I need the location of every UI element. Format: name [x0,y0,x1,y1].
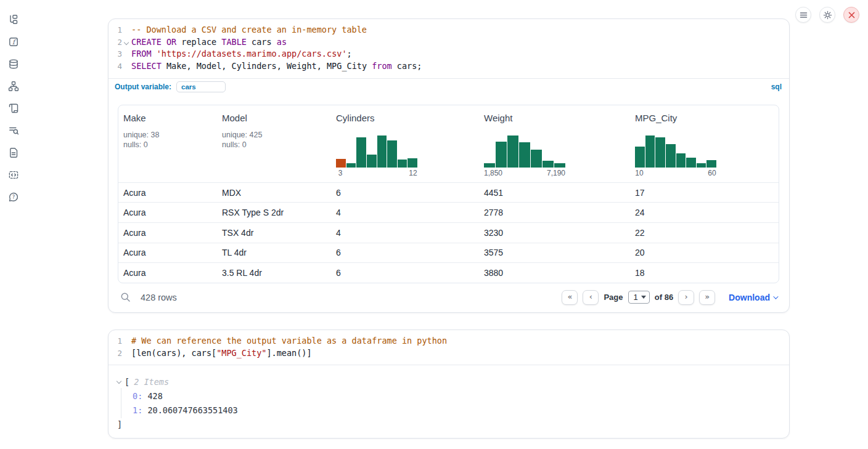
table-cell: RSX Type S 2dr [217,208,331,217]
table-row[interactable]: AcuraMDX6445117 [118,182,779,203]
column-title: MPG_City [635,113,774,123]
page-label: Page [604,293,623,302]
prev-page-button[interactable]: ‹ [583,290,599,305]
column-histogram[interactable]: 312 [336,136,417,177]
topbar [795,7,859,23]
histogram-bar [398,160,407,167]
fold-zone [122,335,131,347]
table-row[interactable]: AcuraTL 4dr6357520 [118,243,779,263]
column-histogram[interactable]: 1,8507,190 [484,136,565,177]
download-label: Download [729,293,770,302]
histogram-bar [554,163,565,168]
snippets-icon[interactable] [8,169,19,180]
column-histogram[interactable]: 1060 [635,136,716,177]
datasources-icon[interactable] [8,59,19,70]
code-line[interactable]: 4SELECT Make, Model, Cylinders, Weight, … [108,60,789,73]
gear-icon [823,10,832,20]
table-cell: TL 4dr [217,248,331,257]
dependency-graph-icon[interactable] [8,81,19,92]
table-cell: 6 [331,188,479,198]
json-entry[interactable]: 1: 20.060747663551403 [133,403,789,418]
next-page-button[interactable]: › [678,290,694,305]
collapse-chevron-icon[interactable] [117,379,121,384]
sql-cell: 1-- Download a CSV and create an in-memo… [108,18,790,313]
line-number: 2 [108,36,122,49]
fold-zone [122,60,131,73]
histogram-min-label: 10 [635,169,644,177]
histogram-bar [635,147,645,168]
code-text: CREATE OR replace TABLE cars as [131,36,287,49]
table-body: AcuraMDX6445117AcuraRSX Type S 2dr427782… [118,182,779,283]
menu-button[interactable] [795,7,811,23]
histogram-bar [356,137,366,167]
table-cell: Acura [118,228,217,238]
json-body: 0: 4281: 20.060747663551403 [121,388,789,418]
file-explorer-icon[interactable] [8,14,19,25]
histogram-bar [706,160,716,167]
column-stat-line: unique: 425 [222,130,326,140]
histogram-min-label: 3 [336,169,345,177]
chevron-down-icon [773,294,778,299]
json-value: 428 [142,391,163,401]
histogram-bar [686,158,696,168]
sql-code-editor[interactable]: 1-- Download a CSV and create an in-memo… [108,19,789,78]
json-key: 1: [133,405,142,415]
close-icon [848,12,855,18]
column-header[interactable]: Cylinders312 [331,105,479,182]
documentation-icon[interactable] [8,147,19,158]
json-open-row[interactable]: [ 2 Items [117,376,789,388]
column-header[interactable]: Weight1,8507,190 [479,105,630,182]
output-variable-input[interactable] [176,81,226,92]
code-line[interactable]: 1-- Download a CSV and create an in-memo… [108,24,789,36]
code-line[interactable]: 3FROM 'https://datasets.marimo.app/cars.… [108,48,789,60]
page-select-value: 1 [634,293,638,302]
search-icon[interactable] [120,292,131,302]
output-variable-row: Output variable: sql [108,78,789,95]
column-header[interactable]: Modelunique: 425nulls: 0 [217,105,331,182]
python-output-area: [ 2 Items 0: 4281: 20.060747663551403 ] [108,365,789,431]
histogram-max-label: 60 [708,169,716,177]
line-number: 4 [108,60,122,73]
code-text: SELECT Make, Model, Cylinders, Weight, M… [131,60,422,73]
python-file-icon[interactable]: f [8,36,19,47]
last-page-button[interactable]: » [699,290,715,305]
table-cell: 4 [331,228,479,238]
page-select[interactable]: 1 [628,291,650,304]
table-row[interactable]: AcuraTSX 4dr4323022 [118,222,779,243]
code-line[interactable]: 2CREATE OR replace TABLE cars as [108,36,789,49]
histogram-bar [531,150,542,168]
table-row[interactable]: Acura3.5 RL 4dr6388018 [118,262,779,283]
output-variable-label: Output variable: [115,83,171,91]
histogram-bar [645,136,655,168]
column-title: Make [123,113,212,123]
first-page-button[interactable]: « [562,290,578,305]
table-cell: 17 [630,188,779,198]
help-icon[interactable]: ? [8,192,19,203]
histogram-axis-labels: 312 [336,169,417,177]
table-row[interactable]: AcuraRSX Type S 2dr4277824 [118,202,779,222]
column-stat-line: nulls: 0 [222,140,326,150]
shutdown-button[interactable] [843,7,859,23]
json-entry[interactable]: 0: 428 [133,389,789,403]
scratchpad-search-icon[interactable] [8,125,19,136]
chevron-down-icon [641,296,646,299]
download-button[interactable]: Download [729,293,777,302]
code-text: FROM 'https://datasets.marimo.app/cars.c… [131,48,352,60]
table-cell: 20 [630,248,779,257]
table-cell: 3230 [479,228,630,238]
code-line[interactable]: 1# We can reference the output variable … [108,335,789,347]
code-text: # We can reference the output variable a… [131,335,447,347]
data-table: Makeunique: 38nulls: 0Modelunique: 425nu… [118,105,779,283]
code-line[interactable]: 2[len(cars), cars["MPG_City"].mean()] [108,347,789,360]
column-header[interactable]: MPG_City1060 [630,105,779,182]
column-header[interactable]: Makeunique: 38nulls: 0 [118,105,217,182]
fold-chevron-icon[interactable] [122,36,131,49]
table-cell: 3.5 RL 4dr [217,268,331,278]
json-close-bracket: ] [117,418,789,431]
column-stats: unique: 38nulls: 0 [123,130,212,150]
python-code-editor[interactable]: 1# We can reference the output variable … [108,330,789,365]
logs-icon[interactable] [8,103,19,114]
settings-button[interactable] [819,7,835,23]
histogram-max-label: 12 [409,169,417,177]
histogram-bar [542,161,554,168]
